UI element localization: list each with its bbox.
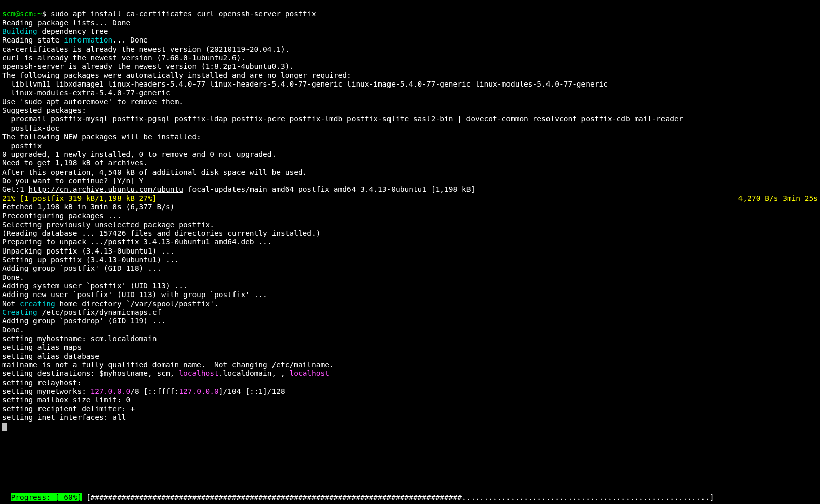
apt-fetched: Fetched 1,198 kB in 3min 8s (6,377 B/s): [2, 203, 174, 211]
apt-already-1: curl is already the newest version (7.68…: [2, 54, 245, 62]
apt-recip-delim: setting recipient_delimiter: +: [2, 405, 135, 413]
apt-dest-mid: .localdomain, ,: [219, 369, 290, 377]
apt-suggested-header: Suggested packages:: [2, 106, 86, 114]
prompt-symbol: $: [42, 10, 47, 18]
apt-rate-right: 4,270 B/s 3min 25s: [738, 194, 818, 203]
apt-dest-prefix: setting destinations: $myhostname, scm,: [2, 369, 179, 377]
progress-row: Progress: [ 60%] [######################…: [2, 484, 714, 502]
apt-autoremove-hint: Use 'sudo apt autoremove' to remove them…: [2, 98, 183, 106]
apt-need-get: Need to get 1,198 kB of archives.: [2, 159, 148, 167]
apt-selecting: Selecting previously unselected package …: [2, 221, 214, 229]
apt-already-0: ca-certificates is already the newest ve…: [2, 45, 289, 53]
apt-already-2: openssh-server is already the newest ver…: [2, 62, 294, 70]
apt-relayhost: setting relayhost:: [2, 379, 82, 387]
apt-building: Building: [2, 27, 37, 35]
apt-add-newuser: Adding new user `postfix' (UID 113) with…: [2, 290, 267, 299]
apt-get-suffix: focal-updates/main amd64 postfix amd64 3…: [183, 185, 475, 193]
apt-mynet-mid2: ]/104 [::1]/128: [219, 387, 285, 395]
apt-reading-state-prefix: Reading state: [2, 36, 64, 44]
apt-get-prefix: Get:1: [2, 185, 28, 193]
apt-dest-localhost2: localhost: [289, 369, 329, 377]
progress-label: Progress: [ 60%]: [11, 493, 82, 501]
apt-auto-line1: libllvm11 libxdamage1 linux-headers-5.4.…: [2, 80, 608, 88]
apt-mailname: mailname is not a fully qualified domain…: [2, 361, 334, 369]
apt-done1: Done.: [2, 273, 24, 281]
apt-dest-localhost1: localhost: [179, 369, 219, 377]
apt-inet-if: setting inet_interfaces: all: [2, 413, 126, 422]
command-text: sudo apt install ca-certificates curl op…: [51, 10, 316, 18]
apt-continue: Do you want to continue? [Y/n] Y: [2, 177, 143, 185]
apt-auto-header: The following packages were automaticall…: [2, 71, 352, 79]
apt-preparing: Preparing to unpack .../postfix_3.4.13-0…: [2, 238, 272, 246]
apt-done2: Done.: [2, 326, 24, 334]
apt-mynet-prefix: setting mynetworks:: [2, 387, 91, 395]
apt-mbox-limit: setting mailbox_size_limit: 0: [2, 396, 130, 404]
prompt-user-host: scm@scm:~: [2, 10, 42, 18]
apt-auto-line2: linux-modules-extra-5.4.0-77-generic: [2, 89, 170, 97]
apt-reading-db: (Reading database ... 157426 files and d…: [2, 229, 321, 237]
apt-alias-maps: setting alias maps: [2, 343, 82, 351]
progress-bar: [#######################################…: [86, 493, 714, 501]
apt-information: information: [64, 36, 112, 44]
apt-creating2: Creating: [2, 308, 37, 316]
apt-homedir: home directory `/var/spool/postfix'.: [55, 300, 219, 308]
apt-dep-tree: dependency tree: [37, 27, 108, 35]
apt-new-header: The following NEW packages will be insta…: [2, 133, 201, 141]
apt-suggested-line2: postfix-doc: [2, 124, 60, 132]
apt-add-sysuser: Adding system user `postfix' (UID 113) .…: [2, 282, 188, 290]
apt-new-line: postfix: [2, 142, 42, 150]
apt-after-op: After this operation, 4,540 kB of additi…: [2, 168, 307, 176]
apt-setting-up: Setting up postfix (3.4.13-0ubuntu1) ...: [2, 256, 179, 264]
apt-unpacking: Unpacking postfix (3.4.13-0ubuntu1) ...: [2, 247, 174, 255]
apt-mynet-ip2: 127.0.0.0: [179, 387, 219, 395]
terminal-cursor: [2, 423, 7, 431]
apt-not: Not: [2, 300, 20, 308]
apt-suggested-line1: procmail postfix-mysql postfix-pgsql pos…: [2, 115, 683, 123]
apt-summary: 0 upgraded, 1 newly installed, 0 to remo…: [2, 150, 276, 158]
apt-get-url: http://cn.archive.ubuntu.com/ubuntu: [28, 185, 183, 193]
apt-dynmaps: /etc/postfix/dynamicmaps.cf: [37, 308, 161, 316]
apt-alias-db: setting alias database: [2, 352, 99, 360]
apt-add-group-postfix: Adding group `postfix' (GID 118) ...: [2, 264, 161, 272]
apt-mynet-mid1: /8 [::ffff:: [130, 387, 179, 395]
terminal-output[interactable]: scm@scm:~$ sudo apt install ca-certifica…: [0, 0, 820, 432]
apt-myhostname: setting myhostname: scm.localdomain: [2, 334, 157, 343]
apt-reading-state-suffix: ... Done: [112, 36, 148, 44]
apt-reading-lists: Reading package lists... Done: [2, 19, 130, 27]
apt-mynet-ip1: 127.0.0.0: [91, 387, 131, 395]
apt-creating: creating: [20, 300, 55, 308]
apt-preconfig: Preconfiguring packages ...: [2, 212, 122, 220]
apt-add-group-postdrop: Adding group `postdrop' (GID 119) ...: [2, 317, 166, 325]
apt-rate-left: 21% [1 postfix 319 kB/1,198 kB 27%]: [2, 194, 157, 203]
